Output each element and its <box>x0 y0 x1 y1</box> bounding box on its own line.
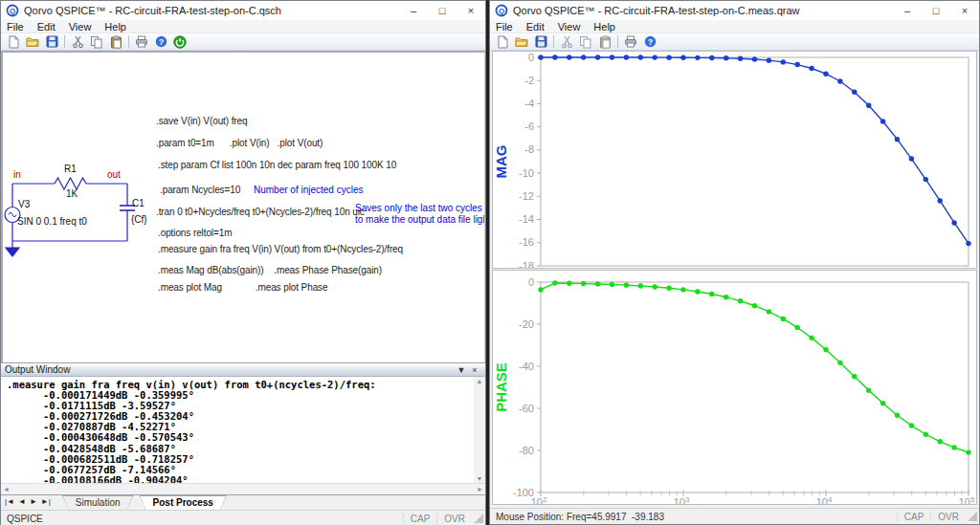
data-point <box>852 89 857 94</box>
paste-icon[interactable] <box>106 34 125 50</box>
svg-text:Q: Q <box>499 7 504 15</box>
y-tick-label: 0 <box>528 52 534 63</box>
source-value[interactable]: SIN 0 0.1 freq t0 <box>17 216 87 227</box>
directive-tran[interactable]: .tran 0 t0+Ncycles/freq t0+(Ncycles-2)/f… <box>156 207 365 217</box>
help-icon[interactable]: ? <box>151 34 170 50</box>
print-icon[interactable] <box>621 34 640 50</box>
data-point <box>767 57 771 62</box>
tab-prev-icon[interactable]: ◄ <box>18 497 26 506</box>
output-window-body[interactable]: .measure gain fra freq v(in) v(out) from… <box>1 377 485 483</box>
directive-meas-plot[interactable]: .meas plot Mag .meas plot Phase <box>158 282 327 293</box>
resize-grip[interactable] <box>474 514 483 523</box>
data-point <box>567 55 571 59</box>
output-window-dropdown-icon[interactable]: ▼ <box>455 365 468 375</box>
toolbar-separator <box>553 35 554 48</box>
new-file-icon[interactable] <box>4 34 23 50</box>
data-point <box>809 66 813 71</box>
menu-file[interactable]: File <box>7 21 24 33</box>
save-icon[interactable] <box>531 34 550 50</box>
open-folder-icon[interactable] <box>512 34 531 50</box>
net-label-in[interactable]: in <box>13 169 21 180</box>
directive-step[interactable]: .step param Cf list 100n 10n dec param f… <box>158 160 396 170</box>
titlebar[interactable]: Q Qorvo QSPICE™ - RC-circuit-FRA-test-st… <box>490 1 979 20</box>
directive-options[interactable]: .options reltol=1m <box>158 228 232 238</box>
menu-edit[interactable]: Edit <box>37 21 56 33</box>
open-folder-icon[interactable] <box>23 34 42 50</box>
y-tick-label: 0 <box>528 276 534 288</box>
menu-help[interactable]: Help <box>593 21 615 33</box>
capacitor-name[interactable]: C1 <box>132 198 145 208</box>
directive-param-t0[interactable]: .param t0=1m .plot V(in) .plot V(out) <box>156 138 323 148</box>
output-horizontal-scrollbar[interactable]: ◄ ► <box>1 483 485 494</box>
tab-first-icon[interactable]: |◄ <box>5 497 14 506</box>
new-file-icon[interactable] <box>493 34 512 50</box>
data-point <box>823 71 828 76</box>
scroll-left-icon[interactable]: ◄ <box>3 486 10 492</box>
minimize-button[interactable]: – <box>893 1 922 20</box>
copy-icon[interactable] <box>87 34 106 50</box>
menu-edit[interactable]: Edit <box>526 21 545 33</box>
cut-icon[interactable] <box>557 34 576 50</box>
minimize-button[interactable]: – <box>399 1 428 20</box>
tab-simulation[interactable]: Simulation <box>62 495 134 510</box>
close-button[interactable]: × <box>950 1 979 20</box>
mag-plot-pane[interactable]: 0-2-4-6-8-10-12-14-16-18MAG <box>492 51 977 269</box>
desktop: Q Qorvo QSPICE™ - RC-circuit-FRA-test-st… <box>0 0 980 525</box>
output-window-header[interactable]: Output Window ▼ × <box>1 362 485 377</box>
status-bar: Mouse Position: Freq=45.9917 -39.183 CAP… <box>490 508 979 524</box>
maximize-button[interactable]: □ <box>922 1 950 20</box>
menu-file[interactable]: File <box>496 21 513 33</box>
resize-grip[interactable] <box>968 512 977 521</box>
copy-icon[interactable] <box>576 34 595 50</box>
comment-tran[interactable]: Saves only the last two cycles to make t… <box>355 203 485 226</box>
source-name[interactable]: V3 <box>18 199 31 209</box>
scroll-right-icon[interactable]: ► <box>477 486 483 492</box>
paste-icon[interactable] <box>595 34 614 50</box>
directive-save[interactable]: .save V(in) V(out) freq <box>156 116 248 126</box>
run-simulation-icon[interactable] <box>170 34 189 50</box>
save-icon[interactable] <box>42 34 61 50</box>
toolbar-separator <box>617 35 618 48</box>
menu-view[interactable]: View <box>69 21 92 33</box>
close-button[interactable]: × <box>457 1 485 20</box>
phase-plot-pane[interactable]: 0-20-40-60-80-100102103104105PHASE <box>492 270 977 505</box>
comment-ncycles[interactable]: Number of injected cycles <box>254 185 364 196</box>
directive-param-ncycles[interactable]: .param Ncycles=10 <box>160 185 240 195</box>
data-point <box>924 432 928 437</box>
capacitor-value[interactable]: {Cf} <box>131 214 147 225</box>
tab-post-process[interactable]: Post Process <box>140 495 227 510</box>
phase-plot: 0-20-40-60-80-100102103104105PHASE <box>493 271 976 504</box>
data-point <box>666 286 671 291</box>
net-label-out[interactable]: out <box>107 169 121 180</box>
tab-last-icon[interactable]: ►| <box>41 497 51 506</box>
resistor-value[interactable]: 1K <box>66 188 78 199</box>
data-point <box>666 55 671 59</box>
output-vertical-scrollbar[interactable]: ▲ ▼ <box>474 377 485 483</box>
data-point <box>767 309 771 314</box>
titlebar[interactable]: Q Qorvo QSPICE™ - RC-circuit-FRA-test-st… <box>1 1 485 20</box>
menu-help[interactable]: Help <box>104 21 126 33</box>
sine-glyph <box>9 212 16 217</box>
y-tick-label: -18 <box>519 260 534 269</box>
scroll-up-icon[interactable]: ▲ <box>477 378 483 384</box>
x-tick-label: 104 <box>816 495 833 504</box>
svg-text:Q: Q <box>10 7 15 15</box>
schematic-canvas[interactable]: in out R1 1K C1 {Cf} V3 SIN 0 0.1 freq t… <box>1 51 485 362</box>
resistor-name[interactable]: R1 <box>64 164 77 174</box>
data-point <box>909 423 914 427</box>
output-window-close-icon[interactable]: × <box>468 365 481 375</box>
print-icon[interactable] <box>132 34 151 50</box>
maximize-button[interactable]: □ <box>428 1 457 20</box>
data-point <box>610 55 614 59</box>
directive-meas-mag-phase[interactable]: .meas Mag dB(abs(gain)) .meas Phase Phas… <box>158 265 382 275</box>
cut-icon[interactable] <box>68 34 87 50</box>
menu-view[interactable]: View <box>558 21 581 33</box>
caps-lock-indicator: CAP <box>403 514 437 524</box>
directive-measure-gain[interactable]: .measure gain fra freq V(in) V(out) from… <box>158 244 403 254</box>
data-point <box>709 55 714 60</box>
y-tick-label: -16 <box>519 236 534 248</box>
help-icon[interactable]: ? <box>640 34 659 50</box>
data-point <box>752 56 757 61</box>
scroll-down-icon[interactable]: ▼ <box>477 475 483 482</box>
tab-next-icon[interactable]: ► <box>30 497 37 506</box>
